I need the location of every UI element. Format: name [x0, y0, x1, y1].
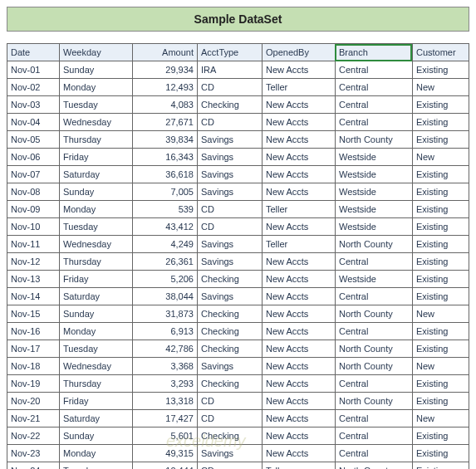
cell[interactable]: 13,318 [133, 393, 198, 410]
column-header-date[interactable]: Date [7, 44, 60, 61]
column-header-openedby[interactable]: OpenedBy [262, 44, 335, 61]
cell[interactable]: Existing [412, 183, 469, 201]
cell[interactable]: 12,493 [133, 79, 198, 96]
cell[interactable]: Sunday [60, 305, 133, 323]
cell[interactable]: New Accts [262, 358, 335, 375]
cell[interactable]: Nov-17 [7, 340, 60, 358]
cell[interactable]: New Accts [262, 149, 335, 166]
cell[interactable]: CD [197, 201, 262, 218]
cell[interactable]: New Accts [262, 183, 335, 201]
cell[interactable]: Sunday [60, 183, 133, 201]
cell[interactable]: Nov-05 [7, 131, 60, 149]
cell[interactable]: Friday [60, 271, 133, 288]
cell[interactable]: Savings [197, 358, 262, 375]
cell[interactable]: Central [335, 323, 412, 340]
cell[interactable]: New [412, 410, 469, 427]
cell[interactable]: Monday [60, 201, 133, 218]
cell[interactable]: Tuesday [60, 340, 133, 358]
cell[interactable]: Checking [197, 305, 262, 323]
cell[interactable]: 4,083 [133, 96, 198, 114]
cell[interactable]: 49,315 [133, 445, 198, 462]
cell[interactable]: 10,444 [133, 462, 198, 470]
cell[interactable]: 43,412 [133, 218, 198, 236]
cell[interactable]: Nov-11 [7, 236, 60, 253]
column-header-accttype[interactable]: AcctType [197, 44, 262, 61]
cell[interactable]: Saturday [60, 410, 133, 427]
cell[interactable]: CD [197, 462, 262, 470]
cell[interactable]: North County [335, 358, 412, 375]
cell[interactable]: New Accts [262, 131, 335, 149]
cell[interactable]: Existing [412, 375, 469, 393]
cell[interactable]: New Accts [262, 114, 335, 131]
cell[interactable]: Saturday [60, 288, 133, 305]
cell[interactable]: Central [335, 114, 412, 131]
cell[interactable]: Existing [412, 131, 469, 149]
cell[interactable]: Existing [412, 96, 469, 114]
cell[interactable]: New Accts [262, 61, 335, 79]
cell[interactable]: Friday [60, 149, 133, 166]
cell[interactable]: 17,427 [133, 410, 198, 427]
cell[interactable]: Sunday [60, 61, 133, 79]
cell[interactable]: Nov-07 [7, 166, 60, 183]
cell[interactable]: Nov-19 [7, 375, 60, 393]
cell[interactable]: Wednesday [60, 358, 133, 375]
cell[interactable]: New [412, 305, 469, 323]
cell[interactable]: Monday [60, 79, 133, 96]
cell[interactable]: Existing [412, 236, 469, 253]
cell[interactable]: 539 [133, 201, 198, 218]
cell[interactable]: Savings [197, 445, 262, 462]
cell[interactable]: Tuesday [60, 218, 133, 236]
cell[interactable]: Checking [197, 375, 262, 393]
cell[interactable]: Existing [412, 218, 469, 236]
cell[interactable]: New Accts [262, 427, 335, 445]
cell[interactable]: Central [335, 445, 412, 462]
cell[interactable]: New Accts [262, 323, 335, 340]
cell[interactable]: 27,671 [133, 114, 198, 131]
cell[interactable]: Savings [197, 236, 262, 253]
cell[interactable]: Nov-09 [7, 201, 60, 218]
cell[interactable]: 39,834 [133, 131, 198, 149]
column-header-branch[interactable]: Branch [335, 44, 412, 61]
cell[interactable]: Savings [197, 166, 262, 183]
cell[interactable]: Nov-16 [7, 323, 60, 340]
cell[interactable]: 42,786 [133, 340, 198, 358]
cell[interactable]: New Accts [262, 96, 335, 114]
cell[interactable]: CD [197, 410, 262, 427]
cell[interactable]: Central [335, 253, 412, 271]
cell[interactable]: North County [335, 131, 412, 149]
cell[interactable]: Nov-13 [7, 271, 60, 288]
cell[interactable]: Westside [335, 183, 412, 201]
cell[interactable]: 3,293 [133, 375, 198, 393]
cell[interactable]: New Accts [262, 288, 335, 305]
cell[interactable]: Nov-22 [7, 427, 60, 445]
cell[interactable]: Checking [197, 323, 262, 340]
cell[interactable]: 38,044 [133, 288, 198, 305]
cell[interactable]: Tuesday [60, 96, 133, 114]
cell[interactable]: Nov-24 [7, 462, 60, 470]
cell[interactable]: Central [335, 410, 412, 427]
column-header-amount[interactable]: Amount [133, 44, 198, 61]
cell[interactable]: Wednesday [60, 236, 133, 253]
cell[interactable]: Nov-02 [7, 79, 60, 96]
cell[interactable]: Existing [412, 288, 469, 305]
cell[interactable]: Existing [412, 393, 469, 410]
cell[interactable]: New Accts [262, 340, 335, 358]
cell[interactable]: New [412, 149, 469, 166]
cell[interactable]: Nov-08 [7, 183, 60, 201]
cell[interactable]: Existing [412, 445, 469, 462]
cell[interactable]: Westside [335, 218, 412, 236]
cell[interactable]: Existing [412, 166, 469, 183]
cell[interactable]: Central [335, 61, 412, 79]
cell[interactable]: 26,361 [133, 253, 198, 271]
cell[interactable]: Existing [412, 253, 469, 271]
cell[interactable]: Checking [197, 340, 262, 358]
cell[interactable]: Existing [412, 201, 469, 218]
cell[interactable]: Nov-01 [7, 61, 60, 79]
cell[interactable]: Existing [412, 427, 469, 445]
cell[interactable]: Westside [335, 201, 412, 218]
cell[interactable]: CD [197, 79, 262, 96]
cell[interactable]: New Accts [262, 393, 335, 410]
cell[interactable]: CD [197, 393, 262, 410]
cell[interactable]: Monday [60, 445, 133, 462]
cell[interactable]: Existing [412, 323, 469, 340]
